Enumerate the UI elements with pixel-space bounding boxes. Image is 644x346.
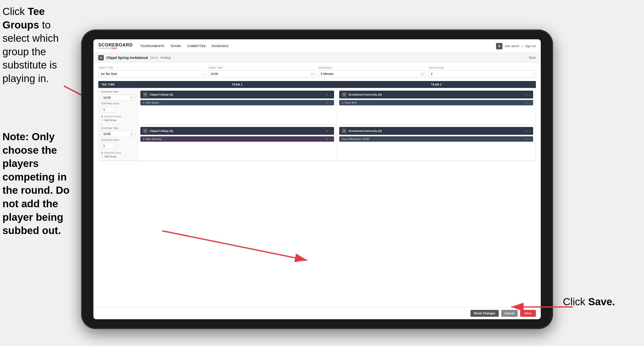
- player-close-1-2[interactable]: ✕: [525, 101, 527, 104]
- starting-time-label-1: STARTING TIME:: [101, 91, 135, 93]
- starting-hole-label-2: STARTING HOLE:: [101, 139, 135, 141]
- add-group-btn-2[interactable]: ＋ Add Group: [101, 155, 135, 158]
- start-time-input[interactable]: 10:00 🕐: [208, 70, 316, 78]
- start-type-chevron: ⌄: [201, 73, 203, 75]
- tee-time-header: Tee Time: [98, 81, 138, 88]
- group-size-input[interactable]: 2 ⌄: [429, 70, 536, 78]
- team-card-1-1-left: C Clippd College (A): [143, 92, 173, 97]
- remove-group-btn-1[interactable]: 🗑 Remove Group: [101, 115, 135, 118]
- navbar: SCOREBOARD Powered by clippd TOURNAMENTS…: [94, 39, 541, 53]
- user-avatar: B: [496, 43, 502, 49]
- team1-header: Team 1: [138, 81, 337, 88]
- team-avatar-1-1: C: [143, 92, 148, 97]
- hole-chevron-1: ⌄: [112, 108, 114, 111]
- start-time-label: Start Time: [208, 66, 316, 69]
- nav-committee[interactable]: COMMITTEE: [187, 43, 206, 49]
- intervals-value: 5 Minutes: [321, 72, 334, 76]
- tee-row-2-team1: C Clippd College (A) ✕ ⌄ 2. Blair McHarg: [138, 124, 337, 161]
- reset-changes-button[interactable]: Reset Changes: [470, 310, 499, 317]
- team-avatar-2-2: S: [342, 128, 346, 133]
- team-card-2-2[interactable]: S Scoreboard University (A) ✕ ⌄: [339, 127, 533, 135]
- powered-by: Powered by clippd: [98, 47, 133, 49]
- team-name-2-2: Scoreboard University (A): [348, 129, 382, 132]
- team-name-2-1: Clippd College (A): [150, 129, 173, 132]
- back-button[interactable]: Back: [528, 56, 536, 59]
- footer-bar: Reset Changes Cancel Save: [94, 307, 541, 319]
- save-button[interactable]: Save: [520, 310, 536, 317]
- player-actions-1-2: ✕ ⌄: [525, 101, 531, 104]
- team-close-2-2[interactable]: ✕: [525, 130, 527, 132]
- player-chevron-1-1[interactable]: ⌄: [330, 101, 332, 104]
- player-row-2-2: Dave Billingham (SUB) ✕ ⌄: [339, 136, 533, 142]
- add-group-btn-1[interactable]: ＋ Add Group: [101, 118, 135, 122]
- player-row-1-1: 1. Rich Butler ✕ ⌄: [140, 100, 334, 105]
- player-close-1-1[interactable]: ✕: [326, 101, 328, 104]
- starting-hole-label-1: STARTING HOLE:: [101, 102, 135, 105]
- time-input-2[interactable]: 10:05 🕐: [101, 131, 135, 137]
- cancel-button[interactable]: Cancel: [501, 310, 518, 317]
- team-chevron-2-1[interactable]: ⌄: [330, 130, 332, 132]
- team-close-1-2[interactable]: ✕: [525, 93, 527, 96]
- team-close-1-1[interactable]: ✕: [326, 93, 328, 96]
- player-close-2-1[interactable]: ✕: [326, 138, 328, 140]
- nav-tournaments[interactable]: TOURNAMENTS: [140, 43, 164, 49]
- hole-input-1[interactable]: 1 ⌄: [101, 106, 116, 113]
- remove-group-btn-2[interactable]: 🗑 Remove Group: [101, 151, 135, 154]
- team-avatar-1-2: S: [342, 92, 346, 97]
- intervals-label: Intervals: [318, 66, 426, 69]
- group-actions-2: 🗑 Remove Group ＋ Add Group: [101, 151, 135, 158]
- team-card-1-1[interactable]: C Clippd College (A) ✕ ⌄: [140, 91, 334, 98]
- hole-value-2: 1: [103, 144, 105, 148]
- tournament-name: Clippd Spring Invitational: [106, 56, 148, 60]
- nav-links: TOURNAMENTS TEAMS COMMITTEE RANKINGS: [140, 43, 489, 49]
- group-size-field: Group Size 2 ⌄: [429, 66, 536, 78]
- hosting-tag: Hosting: [160, 56, 170, 59]
- intervals-input[interactable]: 5 Minutes 🕐: [318, 70, 426, 78]
- team-card-1-2[interactable]: S Scoreboard University (A) ✕ ⌄: [339, 91, 533, 98]
- start-time-icon: 🕐: [310, 73, 314, 75]
- player-chevron-1-2[interactable]: ⌄: [529, 101, 531, 104]
- team-chevron-2-2[interactable]: ⌄: [529, 130, 531, 132]
- brand-name: clippd: [110, 47, 117, 49]
- start-type-field: Start Type 1st Tee Start ⌄: [98, 66, 206, 78]
- tee-rows-container: STARTING TIME: 10:00 🕐 STARTING HOLE: 1 …: [98, 88, 536, 161]
- team-close-2-1[interactable]: ✕: [326, 130, 328, 132]
- sub-header: B Clippd Spring Invitational (Men) Hosti…: [94, 53, 541, 63]
- group-size-chevron: ⌄: [532, 73, 534, 75]
- team-card-1-2-left: S Scoreboard University (A): [342, 92, 382, 97]
- tee-row-2-left: STARTING TIME: 10:05 🕐 STARTING HOLE: 1 …: [98, 124, 138, 161]
- tee-row-2-team2: S Scoreboard University (A) ✕ ⌄ Dave Bil…: [337, 124, 536, 161]
- team2-header: Team 2: [337, 81, 536, 88]
- admin-label: blair admin: [505, 44, 520, 48]
- player-chevron-2-1[interactable]: ⌄: [330, 138, 332, 140]
- team-chevron-1-1[interactable]: ⌄: [330, 93, 332, 96]
- nav-rankings[interactable]: RANKINGS: [212, 43, 228, 49]
- tee-row-1-left: STARTING TIME: 10:00 🕐 STARTING HOLE: 1 …: [98, 88, 138, 124]
- annotation-note-bold: Note: Only choose the players competing …: [2, 131, 70, 236]
- signout-link[interactable]: Sign out: [525, 44, 536, 48]
- time-icon-2: 🕐: [130, 133, 133, 136]
- tablet-frame: SCOREBOARD Powered by clippd TOURNAMENTS…: [81, 29, 553, 329]
- player-actions-2-1: ✕ ⌄: [326, 138, 332, 140]
- player-close-2-2[interactable]: ✕: [525, 138, 527, 140]
- player-chevron-2-2[interactable]: ⌄: [529, 138, 531, 140]
- player-name-1-2: 1. Rees Britt: [342, 101, 357, 104]
- hole-value-1: 1: [103, 108, 105, 111]
- hole-chevron-2: ⌄: [112, 145, 114, 147]
- player-row-2-1: 2. Blair McHarg ✕ ⌄: [140, 136, 334, 142]
- add-icon-2: ＋: [101, 155, 104, 158]
- start-time-field: Start Time 10:00 🕐: [208, 66, 316, 78]
- remove-icon-2: 🗑: [101, 151, 104, 154]
- annotation-mid: Note: Only choose the players competing …: [2, 130, 79, 238]
- brand-title: SCOREBOARD: [98, 43, 133, 47]
- hole-input-2[interactable]: 1 ⌄: [101, 143, 116, 149]
- team-chevron-1-2[interactable]: ⌄: [529, 93, 531, 96]
- team-card-2-1[interactable]: C Clippd College (A) ✕ ⌄: [140, 127, 334, 135]
- time-value-2: 10:05: [103, 132, 110, 136]
- nav-teams[interactable]: TEAMS: [170, 43, 182, 49]
- start-type-input[interactable]: 1st Tee Start ⌄: [98, 70, 206, 78]
- time-input-1[interactable]: 10:00 🕐: [101, 94, 135, 101]
- start-type-value: 1st Tee Start: [100, 72, 117, 76]
- remove-icon-1: 🗑: [101, 115, 104, 118]
- intervals-icon: 🕐: [420, 73, 424, 75]
